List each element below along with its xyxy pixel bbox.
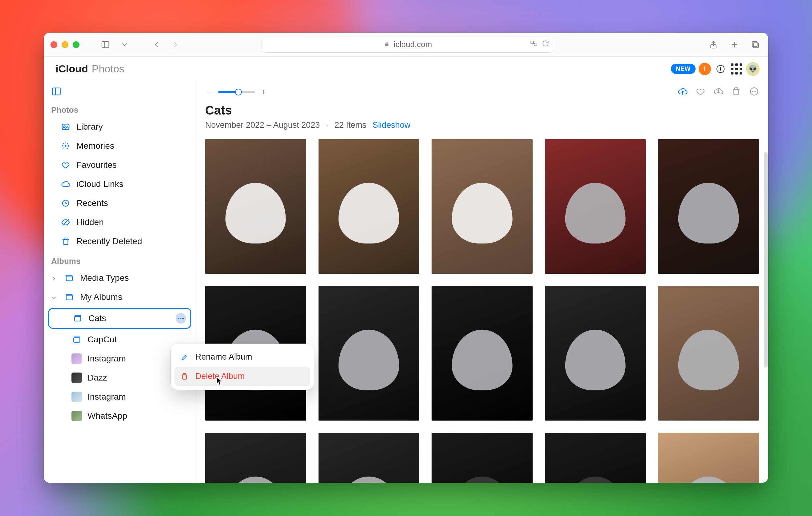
photo-thumbnail[interactable] <box>658 139 759 274</box>
photo-thumbnail[interactable] <box>319 433 419 483</box>
svg-rect-26 <box>75 316 81 321</box>
brand-icloud: iCloud <box>55 63 88 75</box>
svg-rect-0 <box>102 41 109 48</box>
zoom-out-button[interactable]: − <box>205 87 214 97</box>
album-icon <box>71 334 82 345</box>
app-launcher-button[interactable] <box>730 62 743 75</box>
sidebar-toggle-button[interactable] <box>99 38 112 51</box>
svg-rect-21 <box>63 240 68 244</box>
cloud-link-icon <box>60 179 71 189</box>
window-close-button[interactable] <box>51 41 57 48</box>
translate-icon[interactable] <box>530 39 538 50</box>
nav-hidden[interactable]: Hidden <box>44 213 196 232</box>
album-date-range: November 2022 – August 2023 <box>205 120 320 130</box>
album-cats[interactable]: Cats ••• <box>48 308 191 329</box>
nav-icloud-links[interactable]: iCloud Links <box>44 175 196 194</box>
svg-rect-24 <box>66 295 72 300</box>
nav-forward-button[interactable] <box>169 38 182 51</box>
window-controls <box>51 41 80 48</box>
photo-thumbnail[interactable] <box>545 139 646 274</box>
address-bar[interactable]: icloud.com <box>262 37 554 53</box>
window-maximize-button[interactable] <box>73 41 80 48</box>
tab-group-dropdown[interactable] <box>118 38 130 51</box>
album-item-count: 22 Items <box>335 120 367 130</box>
photo-thumbnail[interactable] <box>545 286 646 421</box>
photo-thumbnail[interactable] <box>432 139 532 274</box>
album-instagram-2[interactable]: Instagram <box>44 387 196 406</box>
account-avatar[interactable]: 👽 <box>746 62 760 76</box>
photo-thumbnail[interactable] <box>205 139 306 274</box>
album-thumb-icon <box>71 372 82 383</box>
context-label: Rename Album <box>195 352 252 362</box>
url-text: icloud.com <box>394 40 432 49</box>
zoom-in-button[interactable]: + <box>259 87 268 97</box>
separator: · <box>326 120 328 130</box>
svg-rect-28 <box>74 338 80 342</box>
nav-library[interactable]: Library <box>44 117 196 136</box>
heart-icon <box>60 160 71 170</box>
brand-photos: Photos <box>92 63 124 75</box>
upload-add-button[interactable] <box>714 62 727 75</box>
album-thumb-icon <box>71 411 82 421</box>
context-rename-album[interactable]: Rename Album <box>174 347 310 367</box>
album-label: Dazz <box>87 373 107 383</box>
photo-thumbnail[interactable] <box>319 286 419 421</box>
download-button[interactable] <box>714 87 723 98</box>
svg-rect-37 <box>183 375 187 379</box>
grid-icon <box>731 63 742 74</box>
zoom-track[interactable] <box>218 91 255 93</box>
upload-button[interactable] <box>678 87 688 98</box>
zoom-slider[interactable]: − + <box>205 87 268 97</box>
svg-point-36 <box>755 91 756 92</box>
photo-thumbnail[interactable] <box>205 433 306 483</box>
favourite-button[interactable] <box>696 87 705 98</box>
album-more-button[interactable]: ••• <box>176 313 186 324</box>
nav-label: Favourites <box>77 160 117 170</box>
photo-thumbnail[interactable] <box>319 139 419 274</box>
reload-icon[interactable] <box>542 39 550 50</box>
svg-rect-22 <box>66 276 72 281</box>
photo-thumbnail[interactable] <box>658 433 759 483</box>
nav-label: My Albums <box>80 292 122 302</box>
mouse-cursor <box>216 377 223 384</box>
photo-thumbnail[interactable] <box>432 433 532 483</box>
nav-label: Recents <box>77 198 108 208</box>
nav-memories[interactable]: Memories <box>44 136 196 155</box>
new-badge[interactable]: NEW <box>671 64 696 74</box>
more-button[interactable] <box>749 87 759 98</box>
nav-label: Recently Deleted <box>77 237 142 246</box>
nav-label: Memories <box>77 141 114 151</box>
nav-favourites[interactable]: Favourites <box>44 155 196 175</box>
sidebar-collapse-button[interactable] <box>44 86 196 100</box>
alert-badge[interactable]: ! <box>699 63 711 75</box>
nav-back-button[interactable] <box>150 38 163 51</box>
album-whatsapp[interactable]: WhatsApp <box>44 406 196 425</box>
tabs-overview-button[interactable] <box>749 38 761 51</box>
share-button[interactable] <box>707 38 720 51</box>
svg-rect-9 <box>752 41 757 47</box>
app-header: iCloud Photos NEW ! 👽 <box>44 57 768 81</box>
svg-point-35 <box>753 91 754 92</box>
nav-my-albums[interactable]: My Albums <box>44 287 196 307</box>
nav-recently-deleted[interactable]: Recently Deleted <box>44 232 196 251</box>
delete-button[interactable] <box>731 87 741 98</box>
album-icon <box>64 273 75 283</box>
svg-point-34 <box>752 91 753 92</box>
trash-icon <box>60 236 71 247</box>
memories-icon <box>60 141 71 151</box>
zoom-thumb[interactable] <box>235 89 242 95</box>
album-label: Cats <box>88 313 106 323</box>
photo-thumbnail[interactable] <box>658 286 759 421</box>
new-tab-button[interactable] <box>728 38 741 51</box>
nav-recents[interactable]: Recents <box>44 194 196 213</box>
nav-label: Media Types <box>80 273 129 283</box>
window-minimize-button[interactable] <box>62 41 68 48</box>
slideshow-link[interactable]: Slideshow <box>372 120 410 130</box>
photo-thumbnail[interactable] <box>432 286 532 421</box>
album-thumb-icon <box>71 392 82 402</box>
photo-thumbnail[interactable] <box>545 433 646 483</box>
album-icon <box>64 292 75 302</box>
nav-media-types[interactable]: Media Types <box>44 269 196 287</box>
photo-grid[interactable] <box>196 133 768 483</box>
context-delete-album[interactable]: Delete Album <box>174 367 310 386</box>
